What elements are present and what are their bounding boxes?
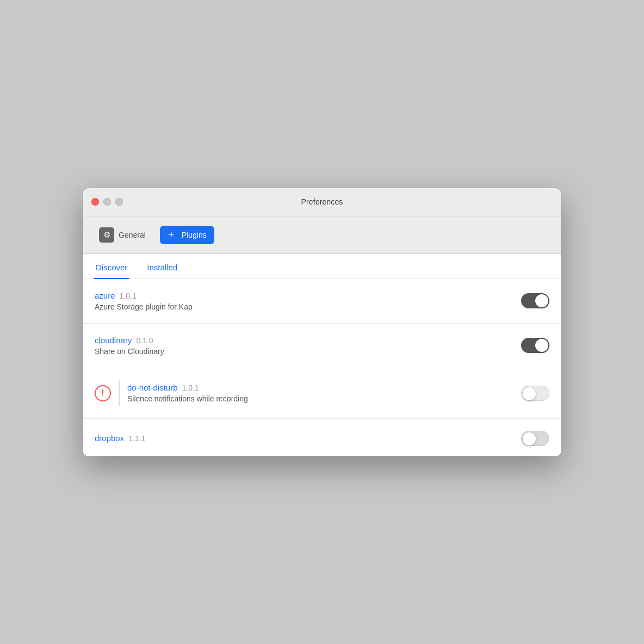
title-bar: Preferences: [83, 188, 561, 216]
plugin-desc-cloudinary: Share on Cloudinary: [95, 347, 164, 356]
plugin-name-azure[interactable]: azure: [95, 291, 115, 300]
toggle-dropbox[interactable]: [521, 431, 549, 446]
plugin-version-dnd: 1.0.1: [182, 383, 199, 392]
traffic-lights: [91, 198, 123, 206]
plus-icon: +: [165, 229, 177, 241]
window-title: Preferences: [301, 197, 343, 206]
plugin-version-azure: 1.0.1: [120, 292, 137, 300]
plugin-version-dropbox: 1.1.1: [128, 434, 145, 443]
plugin-version-cloudinary: 0.1.0: [136, 336, 153, 345]
toggle-do-not-disturb[interactable]: [521, 386, 549, 401]
plugin-name-cloudinary[interactable]: cloudinary: [95, 336, 132, 345]
plugin-item-do-not-disturb: ! do-not-disturb 1.0.1 Silence notificat…: [83, 368, 561, 419]
plugin-desc-dnd: Silence notifications while recording: [127, 394, 248, 403]
plugin-name-dnd[interactable]: do-not-disturb: [127, 383, 178, 392]
general-button[interactable]: ⚙ General: [94, 224, 153, 246]
close-button[interactable]: [91, 198, 99, 206]
toggle-azure[interactable]: [521, 293, 549, 308]
plugin-item-cloudinary: cloudinary 0.1.0 Share on Cloudinary: [83, 324, 561, 368]
plugin-desc-azure: Azure Storage plugin for Kap: [95, 302, 193, 311]
general-label: General: [119, 231, 146, 239]
minimize-button[interactable]: [103, 198, 111, 206]
tab-discover[interactable]: Discover: [94, 254, 129, 278]
preferences-window: Preferences ⚙ General + Plugins Discover…: [83, 188, 561, 456]
error-icon-do-not-disturb: !: [95, 385, 111, 401]
toggle-cloudinary[interactable]: [521, 338, 549, 353]
content-area: Discover Installed azure 1.0.1 Azure Sto…: [83, 254, 561, 456]
tabs-bar: Discover Installed: [83, 254, 561, 279]
plugins-label: Plugins: [182, 231, 207, 239]
maximize-button[interactable]: [115, 198, 123, 206]
plugins-button[interactable]: + Plugins: [160, 226, 214, 244]
plugin-list: azure 1.0.1 Azure Storage plugin for Kap: [83, 279, 561, 456]
divider: [119, 380, 120, 406]
plugin-item-dropbox: dropbox 1.1.1: [83, 419, 561, 456]
tab-installed[interactable]: Installed: [145, 254, 179, 278]
plugin-name-dropbox[interactable]: dropbox: [95, 434, 124, 443]
toolbar: ⚙ General + Plugins: [83, 216, 561, 254]
plugin-item-azure: azure 1.0.1 Azure Storage plugin for Kap: [83, 279, 561, 324]
gear-icon: ⚙: [99, 227, 114, 243]
